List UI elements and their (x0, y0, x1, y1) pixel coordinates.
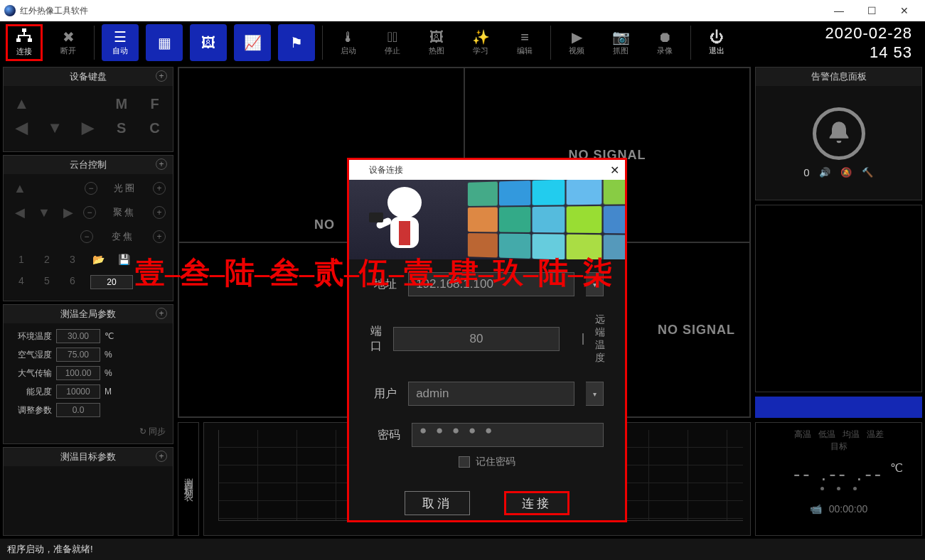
image-button[interactable]: 🖼 (190, 24, 227, 61)
svg-rect-4 (18, 35, 31, 36)
ptz-down-icon[interactable]: ▼ (35, 203, 53, 222)
start-button[interactable]: 🌡启动 (330, 24, 367, 61)
user-dropdown-button[interactable]: ▾ (586, 382, 604, 406)
preset-3[interactable]: 3 (65, 254, 80, 265)
sound-icon[interactable]: 🔊 (818, 166, 831, 178)
focus-label: 聚焦 (102, 206, 147, 219)
humidity-input[interactable] (56, 348, 100, 362)
env-temp-input[interactable] (56, 329, 100, 343)
target-params-panel: 测温目标参数+ (3, 447, 173, 536)
zoom-plus[interactable]: + (153, 230, 166, 243)
arrow-down-icon[interactable]: ▼ (44, 117, 66, 139)
dialog-close-button[interactable]: ✕ (610, 163, 619, 177)
minimize-button[interactable]: — (823, 0, 855, 21)
preset-4[interactable]: 4 (14, 275, 29, 289)
video-label: 视频 (569, 45, 584, 56)
adj-input[interactable] (56, 403, 100, 417)
open-icon[interactable]: 📂 (90, 254, 106, 265)
character-icon (362, 180, 447, 259)
chart-button[interactable]: 📈 (234, 24, 271, 61)
global-params-panel: 测温全局参数+ 环境温度℃ 空气湿度% 大气传输% 能见度M 调整参数 ↻ 同步 (3, 304, 173, 444)
dialog-connect-button[interactable]: 连接 (504, 491, 570, 515)
record-button[interactable]: ⏺录像 (646, 24, 683, 61)
focus-plus[interactable]: + (153, 206, 166, 219)
edit-button[interactable]: ≡编辑 (506, 24, 543, 61)
blue-strip[interactable] (755, 397, 922, 418)
expand-icon[interactable]: + (156, 308, 167, 319)
col-diff: 温差 (867, 429, 884, 441)
preset-6[interactable]: 6 (65, 275, 80, 289)
remote-temp-checkbox[interactable] (582, 333, 584, 345)
addr-label: 地址 (370, 277, 397, 292)
toolbar-separator (550, 26, 551, 60)
expand-icon[interactable]: + (156, 70, 167, 82)
port-label: 端口 (370, 324, 382, 354)
svg-rect-6 (29, 36, 31, 38)
no-signal-text: NO (314, 217, 335, 232)
dialog-title: 设备连接 (369, 164, 403, 176)
pwd-input[interactable]: ● ● ● ● ● (412, 423, 604, 447)
stop-button[interactable]: �⃞停止 (374, 24, 411, 61)
connect-dialog: 设备连接 ✕ 地址 ▾ 端口 远端温度 用户 (347, 158, 627, 522)
iris-label: 光圈 (103, 182, 147, 195)
atm-input[interactable] (56, 366, 100, 380)
rec-time: 00:00:00 (829, 503, 868, 515)
play-icon: ▶ (572, 30, 582, 44)
zoom-minus[interactable]: − (80, 230, 93, 243)
port-input[interactable] (393, 327, 560, 351)
vis-input[interactable] (56, 384, 100, 399)
expand-icon[interactable]: + (156, 158, 167, 170)
save-icon[interactable]: 💾 (116, 254, 132, 265)
connect-button[interactable]: 连接 (6, 24, 43, 61)
right-main-panel (755, 205, 922, 392)
disconnect-button[interactable]: ✖ 断开 (50, 24, 87, 61)
exit-button[interactable]: ⏻退出 (698, 24, 735, 61)
key-c[interactable]: C (144, 117, 166, 139)
close-circle-icon: ✖ (63, 30, 75, 44)
humidity-unit: % (105, 350, 119, 360)
iris-plus[interactable]: + (153, 182, 166, 195)
svg-rect-11 (369, 212, 383, 222)
maximize-button[interactable]: ☐ (855, 0, 888, 21)
heatmap-label: 热图 (429, 45, 444, 56)
ptz-right-icon[interactable]: ▶ (59, 203, 77, 222)
snapshot-button[interactable]: 📷抓图 (602, 24, 639, 61)
heatmap-button[interactable]: 🖼热图 (418, 24, 455, 61)
video-button[interactable]: ▶视频 (558, 24, 595, 61)
iris-minus[interactable]: − (85, 182, 97, 195)
hammer-icon[interactable]: 🔨 (861, 166, 874, 178)
auto-button[interactable]: ☰ 自动 (102, 24, 139, 61)
status-text: 程序启动，准备就绪! (7, 543, 93, 556)
close-button[interactable]: ✕ (888, 0, 921, 21)
main-toolbar: 连接 ✖ 断开 ☰ 自动 ▦ 🖼 📈 ⚑ 🌡启动 �⃞停止 🖼热图 ✨学习 ≡编… (0, 21, 925, 64)
arrow-up-icon[interactable]: ▲ (11, 92, 33, 115)
window-titlebar: 红外热像工具软件 — ☐ ✕ (0, 0, 925, 21)
target-list-panel[interactable]: 测温目标列表 (178, 422, 199, 536)
remember-checkbox[interactable] (459, 456, 470, 468)
preset-5[interactable]: 5 (39, 275, 55, 289)
learn-button[interactable]: ✨学习 (462, 24, 499, 61)
cancel-button[interactable]: 取消 (405, 491, 470, 515)
calc-button[interactable]: ▦ (146, 24, 183, 61)
flag-button[interactable]: ⚑ (278, 24, 315, 61)
addr-input[interactable] (408, 272, 574, 296)
arrow-left-icon[interactable]: ◀ (11, 117, 33, 139)
toolbar-separator (322, 26, 323, 60)
key-m[interactable]: M (110, 92, 132, 115)
key-f[interactable]: F (144, 92, 166, 115)
arrow-right-icon[interactable]: ▶ (77, 117, 100, 139)
camera-small-icon: 📹 (810, 503, 822, 515)
preset-2[interactable]: 2 (39, 254, 55, 265)
ptz-up-icon[interactable]: ▲ (11, 179, 29, 198)
user-input[interactable] (408, 382, 574, 406)
key-s[interactable]: S (110, 117, 132, 139)
preset-1[interactable]: 1 (14, 254, 29, 265)
expand-icon[interactable]: + (156, 451, 167, 462)
ptz-left-icon[interactable]: ◀ (11, 203, 29, 222)
sync-button[interactable]: ↻ 同步 (4, 423, 173, 443)
no-signal-text: NO SIGNAL (658, 323, 735, 338)
preset-input[interactable] (90, 275, 133, 289)
focus-minus[interactable]: − (83, 206, 96, 219)
mute-icon[interactable]: 🔕 (840, 166, 852, 178)
addr-dropdown-button[interactable]: ▾ (586, 272, 604, 296)
